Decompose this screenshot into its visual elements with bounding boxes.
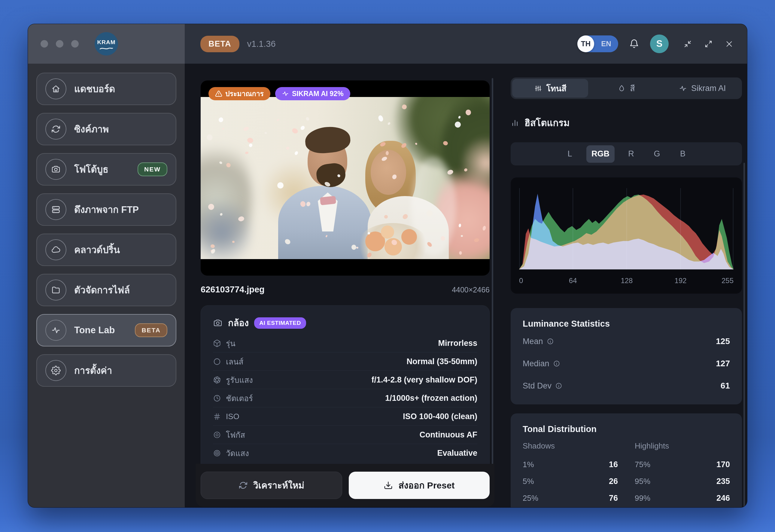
sidebar-item-label: แดชบอร์ด [74, 81, 115, 96]
ai-estimated-badge: AI ESTIMATED [254, 317, 306, 329]
sidebar-item-settings[interactable]: การตั้งค่า [36, 354, 176, 387]
meta-value: f/1.4-2.8 (very shallow DOF) [371, 375, 477, 385]
main-scrollbar[interactable] [492, 78, 493, 496]
sidebar-item-photobooth[interactable]: โฟโต้บูธ NEW [36, 153, 176, 186]
notifications-bell-icon[interactable] [629, 39, 639, 49]
refresh-icon [238, 481, 248, 490]
sidebar-item-label: การตั้งค่า [74, 363, 112, 378]
sidebar-item-file-manager[interactable]: ตัวจัดการไฟล์ [36, 274, 176, 306]
meta-value: Mirrorless [438, 339, 477, 348]
tonal-title: Tonal Distribution [523, 424, 730, 434]
export-preset-button[interactable]: ส่งออก Preset [349, 472, 490, 499]
tonal-value: 170 [716, 460, 730, 469]
histogram-plot [519, 186, 734, 274]
app-beta-badge: BETA [200, 36, 239, 52]
tonal-pct: 75% [635, 460, 650, 469]
focus-icon [213, 431, 221, 439]
channel-rgb[interactable]: RGB [586, 145, 615, 163]
sidebar-item-sync-photos[interactable]: ซิงค์ภาพ [36, 113, 176, 145]
tonal-pct: 25% [523, 494, 538, 503]
metering-icon [213, 449, 221, 457]
image-analysis-column: ประมาณการ SIKRAM AI 92% 626103774.jpeg 4… [201, 64, 490, 507]
window-minimize-icon[interactable] [684, 40, 692, 48]
histogram-title: ฮิสโตแกรม [525, 115, 570, 130]
channel-r[interactable]: R [622, 145, 640, 163]
gear-icon [45, 360, 66, 381]
app-window: KRAM แดชบอร์ด ซิงค์ภาพ โฟโต้บูธ NEW [28, 24, 747, 507]
meta-value: Evaluative [437, 449, 477, 458]
content-area: ประมาณการ SIKRAM AI 92% 626103774.jpeg 4… [185, 64, 747, 507]
tab-sikram-ai[interactable]: Sikram AI [665, 79, 740, 98]
traffic-dot-3[interactable] [71, 40, 79, 48]
tick-label: 192 [675, 277, 687, 285]
tab-label: โทนสี [547, 82, 567, 95]
language-th[interactable]: TH [577, 35, 594, 52]
reanalyze-button[interactable]: วิเคราะห์ใหม่ [201, 472, 342, 499]
tonal-pct: 99% [635, 494, 650, 503]
droplet-icon [618, 84, 626, 92]
beta-badge: BETA [135, 323, 167, 337]
channel-g[interactable]: G [648, 145, 666, 163]
window-close-icon[interactable] [725, 40, 733, 48]
tab-tone[interactable]: โทนสี [512, 79, 588, 98]
main-header: BETA v1.1.36 TH EN S [185, 24, 747, 64]
photo-card: ประมาณการ SIKRAM AI 92% [201, 80, 490, 276]
info-icon[interactable] [555, 382, 562, 389]
meta-value: Continuous AF [420, 430, 477, 440]
meta-row-model: รุ่น Mirrorless [213, 334, 477, 352]
sidebar-item-cloud-print[interactable]: คลาวด์ปริ้น [36, 234, 176, 266]
meta-label: ISO [226, 412, 239, 421]
tick-label: 64 [569, 277, 577, 285]
luminance-title: Luminance Statistics [523, 319, 730, 329]
sidebar-item-tone-lab[interactable]: Tone Lab BETA [36, 314, 176, 346]
sidebar-item-ftp-import[interactable]: ดึงภาพจาก FTP [36, 193, 176, 226]
user-avatar[interactable]: S [650, 35, 669, 53]
stat-value: 61 [721, 381, 730, 391]
window-maximize-icon[interactable] [704, 40, 713, 48]
panel-scrollbar[interactable] [743, 163, 745, 507]
tonal-value: 235 [716, 477, 730, 486]
meta-row-iso: ISO ISO 100-400 (clean) [213, 407, 477, 426]
meta-row-aperture: รูรับแสง f/1.4-2.8 (very shallow DOF) [213, 371, 477, 389]
meta-row-lens: เลนส์ Normal (35-50mm) [213, 352, 477, 371]
tab-color[interactable]: สี [588, 79, 664, 98]
channel-l[interactable]: L [561, 145, 579, 163]
stat-label-text: Std Dev [523, 381, 552, 391]
camera-metadata-card: กล้อง AI ESTIMATED รุ่น Mirrorless เลนส์… [201, 305, 490, 473]
bar-chart-icon [511, 118, 520, 127]
stat-value: 127 [716, 359, 730, 368]
window-traffic-lights [41, 40, 79, 48]
folder-icon [45, 280, 66, 301]
highlight-row: 75%170 [635, 456, 730, 473]
logo-text: KRAM [97, 39, 116, 46]
traffic-dot-1[interactable] [41, 40, 48, 48]
channel-selector: L RGB R G B [511, 142, 742, 165]
language-toggle[interactable]: TH EN [577, 35, 618, 52]
traffic-dot-2[interactable] [56, 40, 63, 48]
stat-row-mean: Mean 125 [523, 332, 730, 351]
logo-wave-icon [99, 46, 113, 50]
stat-row-stddev: Std Dev 61 [523, 376, 730, 395]
tonal-value: 76 [609, 494, 618, 503]
tonal-grid: Shadows 1%16 5%26 25%76 Highlights 75%17… [523, 441, 730, 506]
tab-label: สี [630, 82, 635, 95]
image-dimensions: 4400×2466 [452, 286, 490, 294]
channel-b[interactable]: B [674, 145, 692, 163]
meta-row-metering: วัดแสง Evaluative [213, 444, 477, 462]
panel-tabs: โทนสี สี Sikram AI [511, 77, 742, 99]
tonal-distribution-card: Tonal Distribution Shadows 1%16 5%26 25%… [511, 413, 742, 507]
meta-label: วัดแสง [226, 447, 249, 459]
sidebar-item-label: คลาวด์ปริ้น [74, 242, 120, 257]
language-en[interactable]: EN [594, 40, 618, 48]
info-icon[interactable] [553, 360, 560, 367]
tick-label: 255 [722, 277, 734, 285]
sidebar-header: KRAM [28, 24, 185, 64]
info-icon[interactable] [547, 338, 554, 345]
histogram-card: 0 64 128 192 255 [511, 177, 742, 294]
sidebar-item-dashboard[interactable]: แดชบอร์ด [36, 73, 176, 105]
stat-label-text: Median [523, 359, 550, 368]
app-logo: KRAM [95, 32, 118, 56]
camera-metadata-header: กล้อง AI ESTIMATED [213, 316, 477, 330]
camera-icon [213, 318, 222, 328]
warning-icon [215, 90, 222, 97]
